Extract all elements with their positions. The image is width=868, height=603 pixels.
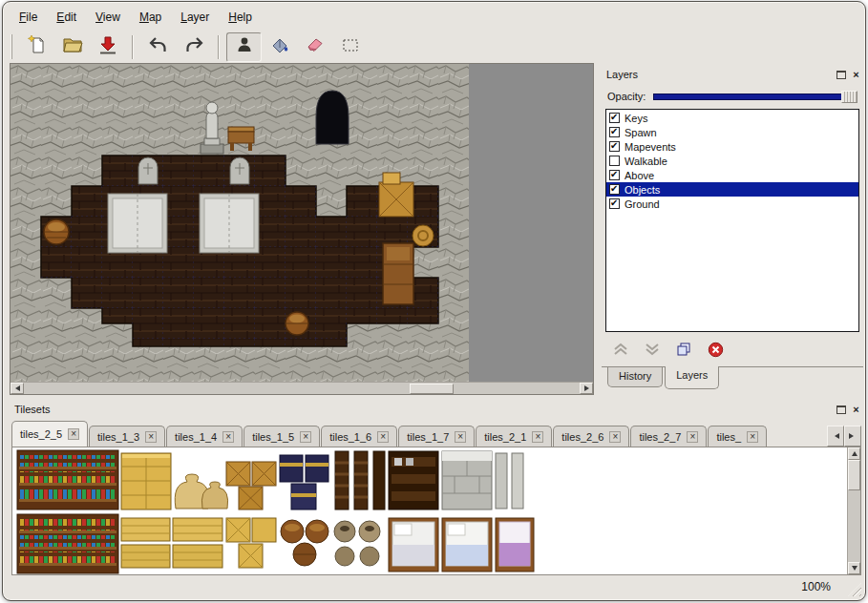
tab-label: tiles_2_5	[20, 428, 62, 440]
menu-file[interactable]: File	[11, 7, 46, 28]
close-tab-icon[interactable]	[687, 431, 698, 443]
scroll-down-button[interactable]	[848, 562, 860, 574]
map-art	[11, 64, 593, 382]
layer-name: Ground	[625, 198, 660, 210]
tileset-canvas[interactable]	[14, 447, 549, 575]
close-panel-icon[interactable]	[851, 70, 861, 80]
layer-row[interactable]: Keys	[606, 111, 858, 125]
close-tab-icon[interactable]	[300, 431, 311, 443]
close-tab-icon[interactable]	[532, 431, 543, 443]
tab-scroll-arrows	[827, 426, 861, 447]
lower-layer-button[interactable]	[643, 341, 662, 358]
eraser-tool-icon	[305, 34, 326, 59]
tileset-tab[interactable]: tiles_2_1	[476, 426, 552, 447]
float-panel-icon[interactable]	[836, 71, 846, 79]
tilesets-panel-title: Tilesets	[11, 404, 836, 415]
float-panel-icon[interactable]	[836, 405, 846, 414]
opacity-slider[interactable]	[653, 90, 857, 103]
tileset-tab[interactable]: tiles_1_4	[166, 426, 243, 447]
raise-layer-button[interactable]	[611, 341, 630, 358]
scrollbar-thumb[interactable]	[410, 384, 454, 394]
toolbar	[9, 30, 859, 64]
toolbar-separator	[218, 35, 220, 59]
tileset-vertical-scrollbar[interactable]	[847, 447, 860, 574]
tab-history[interactable]: History	[607, 367, 663, 387]
layer-visibility-checkbox[interactable]	[609, 156, 620, 166]
tileset-tab[interactable]: tiles_1_6	[321, 426, 397, 447]
layer-visibility-checkbox[interactable]	[609, 198, 620, 209]
layer-row[interactable]: Ground	[606, 197, 858, 211]
layer-row[interactable]: Above	[606, 168, 858, 182]
scroll-right-button[interactable]	[580, 383, 593, 394]
close-panel-icon[interactable]	[851, 405, 861, 415]
save-button[interactable]	[90, 32, 125, 62]
close-tab-icon[interactable]	[747, 431, 758, 443]
close-tab-icon[interactable]	[145, 431, 157, 443]
opacity-slider-groove[interactable]	[653, 94, 857, 100]
map-view	[10, 63, 594, 395]
menu-layer[interactable]: Layer	[172, 7, 218, 28]
scroll-up-button[interactable]	[848, 447, 860, 460]
delete-layer-button[interactable]	[706, 341, 725, 358]
close-tab-icon[interactable]	[377, 431, 389, 443]
layer-visibility-checkbox[interactable]	[609, 113, 620, 123]
close-tab-icon[interactable]	[609, 431, 621, 443]
layer-visibility-checkbox[interactable]	[609, 170, 620, 180]
menu-help[interactable]: Help	[220, 7, 261, 28]
close-tab-icon[interactable]	[68, 428, 79, 440]
tileset-tab[interactable]: tiles_2_7	[630, 426, 707, 447]
menu-view[interactable]: View	[87, 7, 129, 28]
tileset-tab[interactable]: tiles_2_6	[553, 426, 629, 447]
eraser-tool-button[interactable]	[297, 32, 332, 62]
tilesets-panel: Tilesets tiles_2_5 tiles_1_3 tiles_1_4 t…	[10, 399, 863, 578]
map-canvas[interactable]	[11, 64, 593, 382]
chevron-up-icon	[613, 343, 628, 356]
tab-scroll-left-button[interactable]	[827, 426, 844, 447]
layer-row[interactable]: Objects	[606, 182, 858, 197]
tileset-tab[interactable]: tiles_	[708, 426, 767, 447]
up-arrow-icon	[852, 448, 857, 456]
layer-row[interactable]: Spawn	[606, 125, 858, 139]
resize-grip[interactable]	[848, 583, 861, 596]
tileset-tab[interactable]: tiles_2_5	[11, 421, 88, 447]
scroll-left-button[interactable]	[11, 383, 24, 394]
layer-visibility-checkbox[interactable]	[609, 141, 620, 152]
app-window: File Edit View Map Layer Help	[2, 1, 866, 601]
layer-actions	[611, 338, 725, 361]
menu-map[interactable]: Map	[131, 7, 170, 28]
duplicate-layer-button[interactable]	[674, 341, 693, 358]
layer-row[interactable]: Mapevents	[606, 139, 858, 154]
scrollbar-thumb[interactable]	[848, 460, 860, 490]
close-tab-icon[interactable]	[455, 431, 466, 443]
tab-scroll-right-button[interactable]	[844, 426, 861, 447]
layer-visibility-checkbox[interactable]	[609, 127, 620, 137]
layers-panel-titlebar: Layers	[603, 67, 861, 82]
left-arrow-icon	[12, 385, 20, 391]
menubar: File Edit View Map Layer Help	[11, 7, 261, 28]
map-horizontal-scrollbar[interactable]	[11, 382, 593, 394]
new-file-button[interactable]	[19, 32, 54, 62]
opacity-slider-handle[interactable]	[841, 91, 857, 103]
open-button[interactable]	[54, 32, 90, 62]
layer-name: Mapevents	[625, 141, 676, 153]
layer-visibility-checkbox[interactable]	[609, 184, 620, 195]
tileset-tab[interactable]: tiles_1_7	[398, 426, 475, 447]
redo-button[interactable]	[176, 32, 211, 62]
tab-label: tiles_2_7	[639, 431, 681, 443]
tileset-tab[interactable]: tiles_1_3	[89, 426, 165, 447]
menu-edit[interactable]: Edit	[48, 7, 85, 28]
layers-panel: Layers Opacity: Keys Spawn	[602, 63, 863, 395]
layer-row[interactable]: Walkable	[606, 154, 858, 168]
fill-tool-icon	[269, 34, 290, 59]
close-tab-icon[interactable]	[222, 431, 234, 443]
stamp-tool-button[interactable]	[226, 32, 262, 62]
tab-layers[interactable]: Layers	[665, 366, 719, 389]
toolbar-handle[interactable]	[11, 34, 13, 59]
tileset-tab-bar: tiles_2_5 tiles_1_3 tiles_1_4 tiles_1_5 …	[11, 420, 825, 447]
undo-button[interactable]	[140, 32, 176, 62]
toolbar-separator	[132, 35, 134, 59]
fill-tool-button[interactable]	[262, 32, 297, 62]
select-tool-icon	[340, 34, 361, 59]
tileset-tab[interactable]: tiles_1_5	[243, 426, 320, 447]
select-tool-button[interactable]	[332, 32, 368, 62]
